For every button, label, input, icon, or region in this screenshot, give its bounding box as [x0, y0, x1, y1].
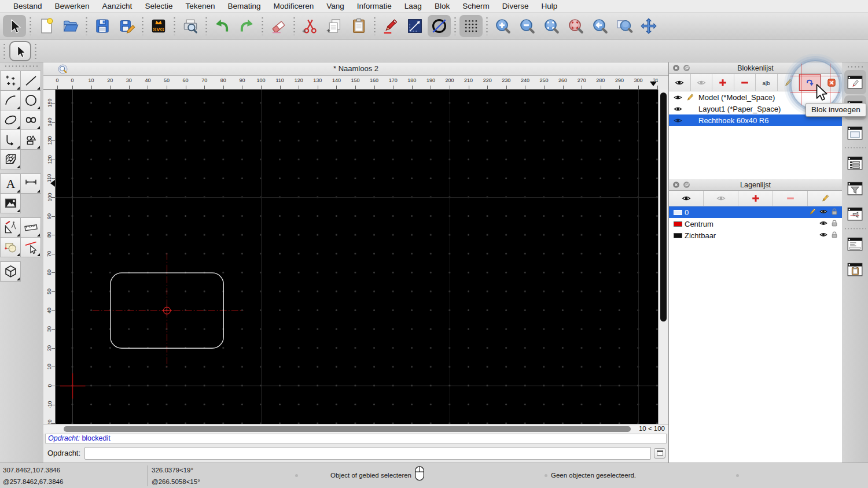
menu-blok[interactable]: Blok — [428, 2, 456, 10]
select-tools-button[interactable] — [20, 237, 41, 257]
lock-toggle[interactable] — [830, 219, 838, 229]
show-block-button[interactable] — [669, 74, 691, 91]
svg-export-button[interactable]: SVG — [147, 15, 170, 37]
draw-mode-button[interactable] — [379, 15, 402, 37]
remove-block-button[interactable] — [734, 74, 756, 91]
save-file-button[interactable] — [91, 15, 114, 37]
layer-color-swatch[interactable] — [674, 233, 682, 238]
redo-button[interactable] — [235, 15, 258, 37]
undo-button[interactable] — [211, 15, 234, 37]
delete-button[interactable] — [267, 15, 290, 37]
property-editor-toggle-button[interactable] — [844, 70, 866, 94]
dimension-tools-button[interactable] — [20, 173, 41, 194]
zoom-previous-button[interactable] — [589, 15, 612, 37]
paste-button[interactable] — [347, 15, 370, 37]
image-tools-button[interactable] — [0, 193, 21, 213]
new-file-button[interactable] — [35, 15, 58, 37]
menu-bestand[interactable]: Bestand — [7, 2, 49, 10]
selection-tool-button[interactable] — [9, 41, 31, 61]
eye-toggle[interactable] — [819, 219, 827, 229]
select-tool-button[interactable] — [3, 15, 26, 37]
layer-color-swatch[interactable] — [674, 210, 682, 215]
menu-modificeren[interactable]: Modificeren — [267, 2, 321, 10]
remove-layer-button[interactable] — [773, 191, 808, 206]
eyedim-cell[interactable] — [672, 116, 684, 125]
close-icon[interactable] — [672, 181, 680, 188]
open-file-button[interactable] — [59, 15, 82, 37]
command-options-button[interactable] — [654, 448, 665, 459]
reference-tool-button[interactable] — [403, 15, 426, 37]
layer-list-row[interactable]: 0 — [669, 206, 842, 218]
measure-tools-button[interactable] — [20, 217, 41, 238]
point-tools-button[interactable] — [0, 71, 21, 91]
clipboard-panel-toggle-button[interactable] — [844, 257, 866, 282]
print-preview-button[interactable] — [179, 15, 202, 37]
show-layer-button[interactable] — [669, 191, 704, 206]
add-layer-button[interactable] — [738, 191, 773, 206]
toolbar-drag-handle[interactable] — [3, 43, 5, 60]
polyline-tools-button[interactable] — [0, 130, 21, 150]
spline-tools-button[interactable] — [20, 110, 41, 130]
menu-bemating[interactable]: Bemating — [221, 2, 267, 10]
menu-tekenen[interactable]: Tekenen — [179, 2, 221, 10]
zoom-out-button[interactable] — [516, 15, 539, 37]
pencilsm-toggle[interactable] — [808, 208, 816, 217]
eye-toggle[interactable] — [819, 231, 827, 241]
menu-hulp[interactable]: Hulp — [535, 2, 564, 10]
eye-cell[interactable] — [672, 105, 684, 113]
menu-laag[interactable]: Laag — [398, 2, 428, 10]
zoom-auto-button[interactable] — [540, 15, 563, 37]
layer-list-row[interactable]: Zichtbaar — [669, 230, 842, 241]
solid-tools-button[interactable] — [0, 261, 21, 282]
hide-layer-button[interactable] — [704, 191, 738, 206]
block-list-row[interactable]: Model (*Model_Space) — [669, 91, 842, 103]
palette-drag-handle[interactable] — [5, 65, 39, 69]
command-input[interactable] — [84, 447, 651, 460]
menu-vang[interactable]: Vang — [320, 2, 351, 10]
library-browser-toggle-button[interactable] — [844, 121, 866, 145]
command-line-toggle-button[interactable] — [844, 232, 866, 256]
menu-aanzicht[interactable]: Aanzicht — [96, 2, 139, 10]
drafting-tools-button[interactable] — [0, 217, 21, 238]
lock-toggle[interactable] — [830, 231, 838, 241]
add-block-button[interactable] — [712, 74, 734, 91]
shape-tools-button[interactable] — [20, 130, 41, 150]
eye-cell[interactable] — [672, 93, 684, 102]
lock-toggle[interactable] — [830, 208, 838, 217]
pencilsm-cell[interactable] — [684, 93, 696, 102]
pan-button[interactable] — [637, 15, 660, 37]
layer-list-toggle-button[interactable] — [844, 151, 866, 175]
close-icon[interactable] — [672, 64, 680, 72]
construction-mode-button[interactable] — [428, 15, 451, 37]
copy-button[interactable] — [323, 15, 346, 37]
circle-tools-button[interactable] — [20, 90, 41, 110]
horizontal-scrollbar-thumb[interactable] — [64, 426, 631, 432]
menu-bewerken[interactable]: Bewerken — [49, 2, 96, 10]
insert-block-button[interactable] — [799, 74, 821, 91]
purge-block-button[interactable] — [821, 74, 843, 91]
cut-button[interactable] — [299, 15, 322, 37]
menu-informatie[interactable]: Informatie — [351, 2, 398, 10]
zoom-selection-button[interactable] — [564, 15, 587, 37]
text-tools-button[interactable]: A — [0, 173, 21, 194]
rename-block-button[interactable]: a|b — [756, 74, 778, 91]
menu-scherm[interactable]: Scherm — [456, 2, 496, 10]
menu-selectie[interactable]: Selectie — [138, 2, 179, 10]
float-panel-icon[interactable] — [683, 64, 690, 72]
selection-filter-toggle-button[interactable] — [844, 176, 866, 201]
eye-toggle[interactable] — [819, 208, 827, 217]
ellipse-tools-button[interactable] — [0, 110, 21, 130]
float-panel-icon[interactable] — [683, 181, 690, 188]
zoom-window-button[interactable] — [613, 15, 636, 37]
menu-diverse[interactable]: Diverse — [496, 2, 535, 10]
grid-toggle-button[interactable] — [459, 15, 483, 37]
dock-drag-handle[interactable] — [847, 66, 863, 69]
block-browser-toggle-button[interactable] — [844, 202, 866, 226]
modify-tools-button[interactable] — [0, 237, 21, 257]
line-tools-button[interactable] — [20, 71, 41, 91]
toolbar-drag-handle[interactable] — [35, 43, 36, 60]
drawing-canvas[interactable] — [56, 90, 658, 424]
arc-tools-button[interactable] — [0, 90, 21, 110]
layer-list-row[interactable]: Centrum — [669, 218, 842, 230]
hatch-tools-button[interactable] — [0, 149, 21, 169]
